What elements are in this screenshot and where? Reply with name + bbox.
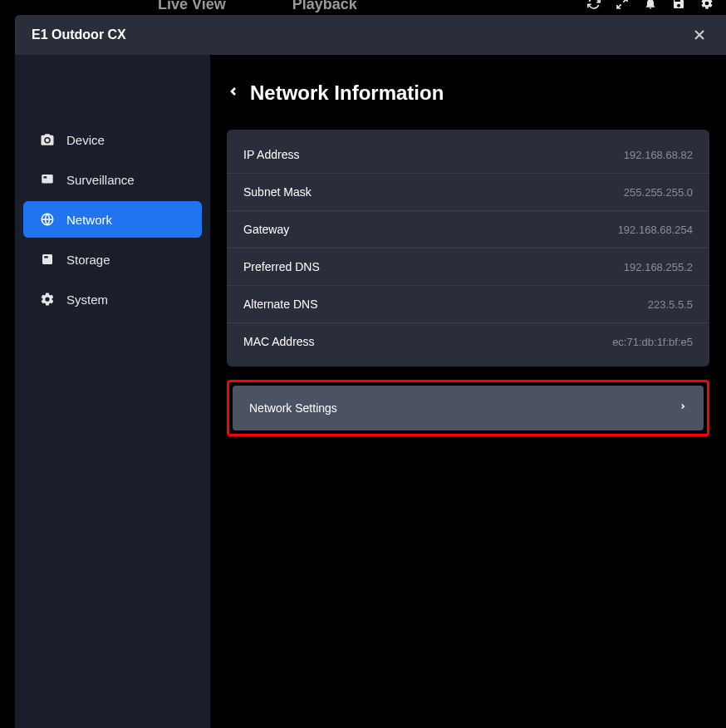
network-info-panel: IP Address 192.168.68.82 Subnet Mask 255…	[227, 130, 709, 366]
info-value: 192.168.68.82	[624, 149, 693, 161]
modal-body: Device Surveillance Network Storage	[15, 55, 726, 728]
info-value: 192.168.255.2	[624, 261, 693, 273]
sidebar-item-label: Network	[66, 213, 112, 227]
info-value: 192.168.68.254	[618, 224, 693, 236]
top-icons	[587, 0, 714, 13]
svg-rect-6	[42, 254, 52, 264]
globe-icon	[40, 212, 55, 227]
info-label: Alternate DNS	[243, 298, 317, 311]
gear-icon	[40, 292, 55, 307]
info-row-alternate-dns: Alternate DNS 223.5.5.5	[227, 286, 709, 323]
settings-modal: E1 Outdoor CX Device Surveillance	[15, 15, 726, 728]
expand-icon[interactable]	[616, 0, 629, 13]
refresh-icon[interactable]	[587, 0, 601, 13]
network-settings-button[interactable]: Network Settings	[233, 386, 704, 430]
sidebar-item-surveillance[interactable]: Surveillance	[23, 161, 202, 198]
bell-icon[interactable]	[644, 0, 657, 13]
sidebar-item-storage[interactable]: Storage	[23, 241, 202, 278]
svg-rect-2	[42, 175, 53, 184]
info-row-mac: MAC Address ec:71:db:1f:bf:e5	[227, 323, 709, 360]
info-value: 223.5.5.5	[648, 298, 693, 311]
modal-header: E1 Outdoor CX	[15, 15, 726, 55]
page-title: Network Information	[250, 81, 444, 105]
chevron-right-icon	[679, 401, 687, 416]
close-button[interactable]	[689, 25, 709, 45]
back-button[interactable]	[227, 82, 240, 104]
sidebar-item-label: Surveillance	[66, 173, 135, 187]
sidebar-item-label: System	[66, 293, 108, 307]
sidebar: Device Surveillance Network Storage	[15, 55, 210, 728]
nav-playback[interactable]: Playback	[292, 0, 357, 13]
modal-title: E1 Outdoor CX	[32, 27, 126, 42]
info-row-preferred-dns: Preferred DNS 192.168.255.2	[227, 248, 709, 286]
info-label: Subnet Mask	[243, 185, 311, 199]
content-area: Network Information IP Address 192.168.6…	[210, 55, 726, 728]
page-header: Network Information	[227, 81, 709, 105]
info-label: MAC Address	[243, 335, 315, 348]
info-value: 255.255.255.0	[624, 186, 693, 199]
sidebar-item-network[interactable]: Network	[23, 201, 202, 238]
nav-live-view[interactable]: Live View	[158, 0, 226, 13]
info-row-subnet: Subnet Mask 255.255.255.0	[227, 174, 709, 211]
info-row-ip: IP Address 192.168.68.82	[227, 136, 709, 174]
sidebar-item-device[interactable]: Device	[23, 121, 202, 158]
info-row-gateway: Gateway 192.168.68.254	[227, 211, 709, 248]
info-value: ec:71:db:1f:bf:e5	[612, 336, 693, 348]
svg-rect-7	[44, 256, 48, 258]
info-label: IP Address	[243, 148, 299, 161]
settings-label: Network Settings	[249, 401, 337, 415]
save-icon[interactable]	[672, 0, 685, 13]
gear-icon[interactable]	[700, 0, 714, 13]
camera-icon	[40, 132, 55, 147]
info-label: Gateway	[243, 223, 289, 236]
monitor-icon	[40, 172, 55, 187]
svg-rect-3	[44, 176, 47, 178]
highlighted-row: Network Settings	[227, 380, 709, 436]
sidebar-item-label: Device	[66, 133, 105, 147]
storage-icon	[40, 252, 55, 267]
sidebar-item-system[interactable]: System	[23, 281, 202, 317]
info-label: Preferred DNS	[243, 260, 320, 273]
sidebar-item-label: Storage	[66, 253, 110, 267]
